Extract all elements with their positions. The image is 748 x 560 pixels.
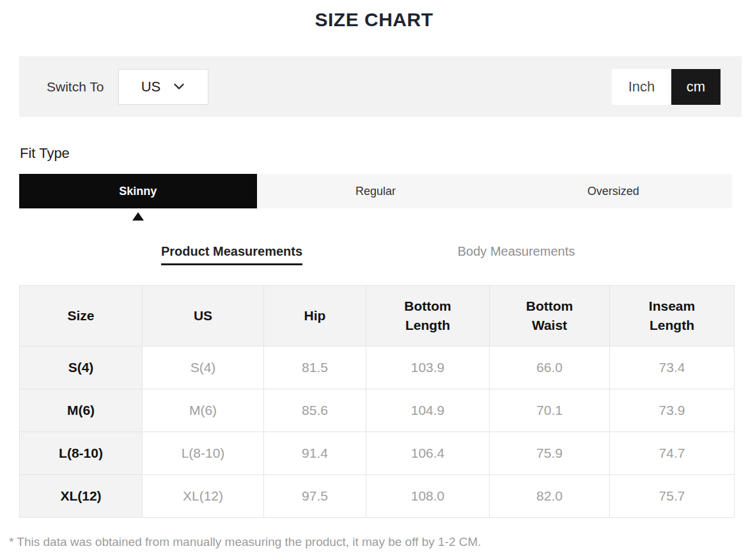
table-row: L(8-10)L(8-10)91.4106.475.974.7 bbox=[20, 432, 735, 475]
measurement-cell: 66.0 bbox=[490, 346, 610, 389]
measurement-cell: 103.9 bbox=[366, 346, 490, 389]
measurement-cell: 81.5 bbox=[264, 346, 366, 389]
measurement-cell: 104.9 bbox=[366, 389, 490, 432]
size-row-label: M(6) bbox=[20, 389, 143, 432]
column-header: Inseam Length bbox=[610, 286, 735, 346]
measurement-tabs: Product Measurements Body Measurements bbox=[90, 244, 658, 265]
unit-inch-button[interactable]: Inch bbox=[612, 69, 671, 105]
fit-tab-regular[interactable]: Regular bbox=[257, 174, 495, 208]
country-select-value: US bbox=[141, 79, 161, 95]
measurement-cell: 106.4 bbox=[366, 432, 490, 475]
switch-to-label: Switch To bbox=[47, 79, 104, 95]
size-chart-panel: SIZE CHART Switch To US Inch cm Fit Type… bbox=[0, 0, 748, 560]
unit-switch-bar: Switch To US Inch cm bbox=[19, 56, 742, 117]
measurement-cell: 70.1 bbox=[490, 389, 610, 432]
page-title: SIZE CHART bbox=[0, 0, 748, 31]
measurement-cell: L(8-10) bbox=[143, 432, 264, 475]
size-row-label: L(8-10) bbox=[20, 432, 143, 475]
fit-type-tabs: SkinnyRegularOversized bbox=[19, 174, 732, 208]
size-row-label: XL(12) bbox=[20, 475, 143, 518]
measurement-tab-slot: Product Measurements bbox=[90, 244, 374, 265]
selected-tab-indicator bbox=[132, 212, 144, 221]
column-header: US bbox=[143, 286, 264, 346]
column-header: Bottom Length bbox=[366, 286, 490, 346]
fit-tab-skinny[interactable]: Skinny bbox=[19, 174, 257, 208]
measurement-cell: 108.0 bbox=[366, 475, 490, 518]
column-header: Size bbox=[20, 286, 143, 346]
fit-tab-oversized[interactable]: Oversized bbox=[494, 174, 732, 208]
measurement-tab-slot: Body Measurements bbox=[374, 244, 658, 265]
measurement-cell: 75.9 bbox=[490, 432, 610, 475]
size-table: SizeUSHipBottom LengthBottom WaistInseam… bbox=[19, 285, 735, 518]
table-row: S(4)S(4)81.5103.966.073.4 bbox=[20, 346, 735, 389]
measurement-cell: 73.9 bbox=[610, 389, 735, 432]
country-select[interactable]: US bbox=[118, 69, 208, 105]
fit-type-label: Fit Type bbox=[20, 145, 748, 161]
measurement-cell: 91.4 bbox=[264, 432, 366, 475]
measurement-disclaimer: * This data was obtained from manually m… bbox=[9, 535, 748, 549]
unit-cm-button[interactable]: cm bbox=[671, 69, 721, 105]
measurement-cell: S(4) bbox=[143, 346, 264, 389]
size-row-label: S(4) bbox=[20, 346, 143, 389]
measurement-cell: M(6) bbox=[143, 389, 264, 432]
measurement-cell: 82.0 bbox=[490, 475, 610, 518]
table-row: XL(12)XL(12)97.5108.082.075.7 bbox=[20, 475, 735, 518]
measurement-cell: XL(12) bbox=[143, 475, 264, 518]
column-header: Bottom Waist bbox=[490, 286, 610, 346]
measurement-cell: 74.7 bbox=[610, 432, 735, 475]
column-header: Hip bbox=[264, 286, 366, 346]
measurement-cell: 85.6 bbox=[264, 389, 366, 432]
tab-product-measurements[interactable]: Product Measurements bbox=[161, 244, 302, 265]
table-row: M(6)M(6)85.6104.970.173.9 bbox=[20, 389, 735, 432]
table-header-row: SizeUSHipBottom LengthBottom WaistInseam… bbox=[20, 286, 735, 346]
unit-toggle: Inch cm bbox=[612, 69, 721, 105]
measurement-cell: 75.7 bbox=[610, 475, 735, 518]
measurement-cell: 73.4 bbox=[610, 346, 735, 389]
measurement-cell: 97.5 bbox=[264, 475, 366, 518]
tab-body-measurements[interactable]: Body Measurements bbox=[458, 244, 575, 258]
chevron-down-icon bbox=[173, 83, 185, 90]
